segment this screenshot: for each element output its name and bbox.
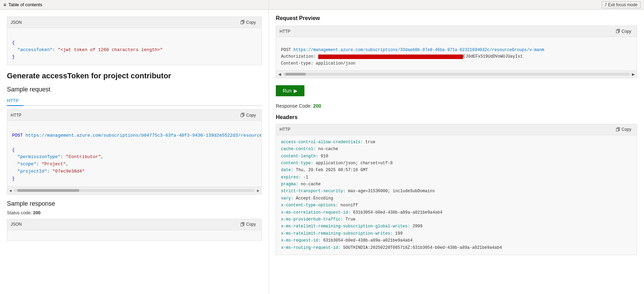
menu-icon: ≡: [3, 2, 6, 8]
section-heading: Generate accessToken for project contrib…: [7, 71, 262, 80]
headers-copy-button[interactable]: 🗍 Copy: [614, 126, 633, 133]
http-copy-button[interactable]: 🗍 Copy: [238, 112, 258, 118]
http-scrollbar-row[interactable]: ◀ ▶: [7, 187, 261, 194]
run-label: Run: [283, 88, 292, 94]
json-response-header: JSON 🗍 Copy: [7, 219, 261, 230]
headers-title: Headers: [276, 114, 637, 120]
exit-focus-icon: ⤴: [605, 2, 607, 7]
preview-scrollbar-thumb: [285, 73, 306, 76]
preview-code-header: HTTP 🗍 Copy: [276, 26, 637, 37]
initial-json-label: JSON: [11, 20, 22, 25]
copy-icon-3: 🗍: [240, 222, 245, 227]
json-response-body: [7, 230, 261, 241]
preview-scrollbar-track[interactable]: [283, 73, 630, 76]
sample-response-heading: Sample response: [7, 200, 262, 207]
tab-http[interactable]: HTTP: [7, 96, 23, 106]
exit-focus-button[interactable]: ⤴ Exit focus mode: [602, 1, 641, 8]
left-panel: ≡ Table of contents JSON 🗍 Copy { "acces…: [0, 0, 269, 294]
http-code-header: HTTP 🗍 Copy: [7, 110, 261, 121]
status-code-label: Status code:: [7, 210, 32, 215]
request-preview-box: HTTP 🗍 Copy POST https://management.azur…: [276, 26, 637, 78]
http-code-label: HTTP: [11, 113, 21, 118]
headers-box: HTTP 🗍 Copy access-control-allow-credent…: [276, 124, 637, 255]
toc-bar[interactable]: ≡ Table of contents: [0, 0, 269, 10]
toc-label: Table of contents: [8, 2, 42, 7]
preview-http-label: HTTP: [280, 29, 290, 34]
scrollbar-track[interactable]: [14, 189, 255, 192]
headers-copy-label: Copy: [622, 127, 631, 132]
copy-icon-4: 🗍: [616, 29, 620, 34]
scroll-left-arrow[interactable]: ◀: [9, 188, 12, 193]
json-response-copy-label: Copy: [246, 222, 256, 227]
exit-focus-label: Exit focus mode: [608, 2, 637, 7]
status-code-text: Status code: 200: [7, 210, 262, 215]
right-content: Request Preview HTTP 🗍 Copy POST https:/…: [269, 10, 644, 261]
response-section: Response Code: 200: [276, 103, 637, 109]
headers-code-header: HTTP 🗍 Copy: [276, 124, 637, 135]
preview-scroll-left[interactable]: ◀: [278, 72, 281, 77]
preview-code-body: POST https://management.azure.com/subscr…: [276, 37, 637, 70]
scrollbar-thumb: [17, 189, 79, 192]
run-icon: ▶: [294, 88, 298, 94]
sample-request-heading: Sample request: [7, 86, 262, 93]
left-content: JSON 🗍 Copy { "accessToken": "<jwt token…: [0, 10, 269, 251]
json-response-code-box: JSON 🗍 Copy: [7, 219, 262, 241]
http-code-box: HTTP 🗍 Copy POST https://management.azur…: [7, 109, 262, 194]
tab-bar: HTTP: [7, 96, 262, 106]
scroll-right-arrow[interactable]: ▶: [257, 188, 259, 193]
initial-json-body: { "accessToken": "<jwt token of 1260 cha…: [7, 28, 261, 65]
initial-json-code-box: JSON 🗍 Copy { "accessToken": "<jwt token…: [7, 17, 262, 65]
http-copy-label: Copy: [246, 113, 256, 118]
copy-icon: 🗍: [240, 20, 245, 25]
initial-json-copy-button[interactable]: 🗍 Copy: [238, 19, 258, 26]
request-preview-title: Request Preview: [276, 15, 637, 21]
headers-code-body: access-control-allow-credentials: true c…: [276, 135, 637, 255]
preview-copy-button[interactable]: 🗍 Copy: [614, 28, 633, 35]
headers-http-label: HTTP: [280, 127, 290, 132]
initial-json-header: JSON 🗍 Copy: [7, 17, 261, 28]
copy-icon-5: 🗍: [616, 127, 620, 132]
right-panel: ⤴ Exit focus mode Request Preview HTTP 🗍…: [269, 0, 644, 294]
status-code-value: 200: [33, 210, 41, 215]
response-code-label: Response Code:: [276, 103, 312, 109]
http-code-body: POST https://management.azure.com/subscr…: [7, 121, 261, 186]
preview-scroll-row[interactable]: ◀ ▶: [276, 70, 637, 78]
copy-icon-2: 🗍: [240, 112, 245, 118]
json-response-label: JSON: [11, 222, 22, 227]
preview-scroll-right[interactable]: ▶: [632, 72, 635, 77]
initial-json-copy-label: Copy: [246, 20, 256, 25]
response-code-value: 200: [313, 103, 321, 109]
preview-copy-label: Copy: [622, 29, 631, 34]
json-response-copy-button[interactable]: 🗍 Copy: [238, 221, 258, 228]
run-button[interactable]: Run ▶: [276, 85, 304, 96]
exit-focus-bar: ⤴ Exit focus mode: [269, 0, 644, 10]
response-code-line: Response Code: 200: [276, 103, 637, 109]
